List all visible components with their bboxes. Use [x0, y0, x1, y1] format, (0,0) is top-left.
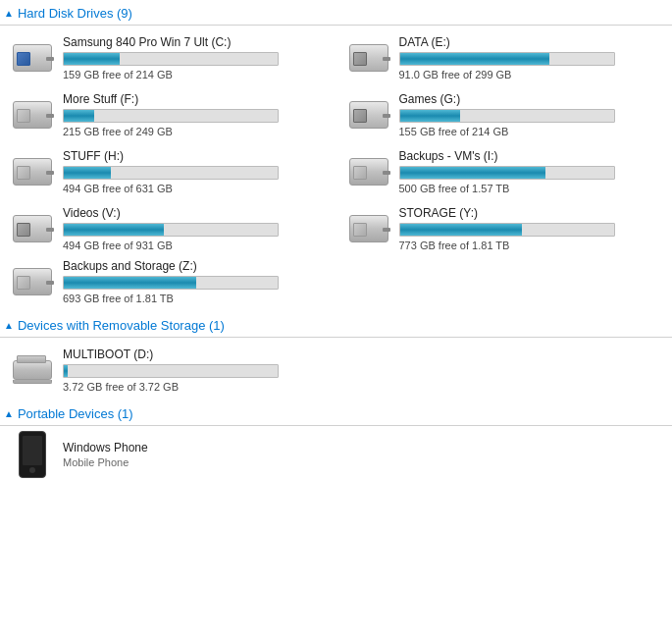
progress-bar-container-f [63, 109, 279, 123]
progress-bar-container-g [399, 109, 615, 123]
progress-bar-v [64, 224, 164, 236]
progress-bar-container-e [399, 52, 615, 66]
drive-icon-z [10, 263, 55, 300]
portable-section-header[interactable]: ▲ Portable Devices (1) [0, 401, 672, 426]
drive-info-g: Games (G:) 155 GB free of 214 GB [399, 92, 663, 137]
drive-name-c: Samsung 840 Pro Win 7 Ult (C:) [63, 35, 327, 49]
hdd-section: ▲ Hard Disk Drives (9) Samsung 840 Pro W… [0, 0, 672, 308]
drive-item-e[interactable]: DATA (E:) 91.0 GB free of 299 GB [344, 31, 665, 84]
drive-icon-y [346, 210, 391, 247]
drive-item-y[interactable]: STORAGE (Y:) 773 GB free of 1.81 TB [344, 202, 665, 255]
drive-free-h: 494 GB free of 631 GB [63, 183, 327, 194]
progress-bar-container-h [63, 166, 279, 180]
progress-bar-i [400, 167, 545, 179]
hdd-chevron-icon[interactable]: ▲ [4, 8, 14, 19]
portable-devices: Windows Phone Mobile Phone [0, 432, 672, 477]
drive-free-y: 773 GB free of 1.81 TB [399, 240, 663, 251]
phone-button [29, 467, 35, 473]
progress-bar-y [400, 224, 522, 236]
drive-free-e: 91.0 GB free of 299 GB [399, 69, 663, 80]
progress-bar-container-y [399, 223, 615, 237]
portable-section-title[interactable]: Portable Devices (1) [18, 406, 133, 421]
drive-name-y: STORAGE (Y:) [399, 206, 663, 220]
computer-panel: ▲ Hard Disk Drives (9) Samsung 840 Pro W… [0, 0, 672, 477]
drive-name-v: Videos (V:) [63, 206, 327, 220]
drive-icon-i [346, 153, 391, 190]
hdd-single-row: Backups and Storage (Z:) 693 GB free of … [0, 255, 672, 308]
removable-drives: MULTIBOOT (D:) 3.72 GB free of 3.72 GB [0, 344, 672, 397]
drive-item-h[interactable]: STUFF (H:) 494 GB free of 631 GB [8, 145, 329, 198]
progress-bar-container-c [63, 52, 279, 66]
progress-bar-e [400, 53, 550, 65]
drive-info-z: Backups and Storage (Z:) 693 GB free of … [63, 259, 349, 304]
phone-icon [10, 436, 55, 473]
drive-info-d: MULTIBOOT (D:) 3.72 GB free of 3.72 GB [63, 347, 349, 393]
drive-info-f: More Stuff (F:) 215 GB free of 249 GB [63, 92, 327, 137]
progress-bar-h [64, 167, 111, 179]
portable-chevron-icon[interactable]: ▲ [4, 408, 14, 419]
drive-free-v: 494 GB free of 931 GB [63, 240, 327, 251]
drive-info-y: STORAGE (Y:) 773 GB free of 1.81 TB [399, 206, 663, 251]
drive-item-g[interactable]: Games (G:) 155 GB free of 214 GB [344, 88, 665, 141]
drive-name-f: More Stuff (F:) [63, 92, 327, 106]
drive-icon-h [10, 153, 55, 190]
removable-section-header[interactable]: ▲ Devices with Removable Storage (1) [0, 312, 672, 338]
drive-free-i: 500 GB free of 1.57 TB [399, 183, 663, 194]
drive-icon-e [346, 39, 391, 77]
drive-name-g: Games (G:) [399, 92, 663, 106]
drive-name-e: DATA (E:) [399, 35, 663, 49]
drive-info-v: Videos (V:) 494 GB free of 931 GB [63, 206, 327, 251]
drive-name-z: Backups and Storage (Z:) [63, 259, 349, 273]
progress-bar-c [64, 53, 120, 65]
drive-icon-c [10, 39, 55, 77]
drive-free-z: 693 GB free of 1.81 TB [63, 293, 349, 304]
portable-section: ▲ Portable Devices (1) Windows Phone Mob… [0, 401, 672, 477]
removable-section-title[interactable]: Devices with Removable Storage (1) [18, 318, 225, 333]
device-name-phone: Windows Phone [63, 441, 662, 454]
drive-free-f: 215 GB free of 249 GB [63, 126, 327, 137]
drive-icon-g [346, 96, 391, 134]
drive-name-d: MULTIBOOT (D:) [63, 347, 349, 361]
progress-bar-container-d [63, 364, 279, 378]
device-type-phone: Mobile Phone [63, 456, 662, 468]
drive-name-h: STUFF (H:) [63, 149, 327, 163]
progress-bar-container-i [399, 166, 615, 180]
phone-shape [19, 431, 46, 478]
progress-bar-d [64, 365, 68, 377]
progress-bar-container-v [63, 223, 279, 237]
drive-item-c[interactable]: Samsung 840 Pro Win 7 Ult (C:) 159 GB fr… [8, 31, 329, 84]
drive-info-c: Samsung 840 Pro Win 7 Ult (C:) 159 GB fr… [63, 35, 327, 80]
removable-chevron-icon[interactable]: ▲ [4, 320, 14, 331]
hdd-drives-grid: Samsung 840 Pro Win 7 Ult (C:) 159 GB fr… [0, 31, 672, 255]
drive-item-f[interactable]: More Stuff (F:) 215 GB free of 249 GB [8, 88, 329, 141]
drive-item-v[interactable]: Videos (V:) 494 GB free of 931 GB [8, 202, 329, 255]
drive-icon-f [10, 96, 55, 134]
drive-free-d: 3.72 GB free of 3.72 GB [63, 381, 349, 393]
hdd-section-header[interactable]: ▲ Hard Disk Drives (9) [0, 0, 672, 26]
progress-bar-container-z [63, 276, 279, 290]
phone-screen [23, 436, 42, 465]
progress-bar-f [64, 110, 94, 122]
hdd-section-title[interactable]: Hard Disk Drives (9) [18, 6, 132, 21]
drive-free-g: 155 GB free of 214 GB [399, 126, 663, 137]
drive-icon-v [10, 210, 55, 247]
removable-section: ▲ Devices with Removable Storage (1) MUL… [0, 312, 672, 397]
drive-info-i: Backups - VM's (I:) 500 GB free of 1.57 … [399, 149, 663, 194]
drive-item-d[interactable]: MULTIBOOT (D:) 3.72 GB free of 3.72 GB [8, 344, 351, 397]
drive-item-z[interactable]: Backups and Storage (Z:) 693 GB free of … [8, 255, 351, 308]
drive-item-i[interactable]: Backups - VM's (I:) 500 GB free of 1.57 … [344, 145, 665, 198]
progress-bar-z [64, 277, 196, 289]
drive-free-c: 159 GB free of 214 GB [63, 69, 327, 80]
drive-icon-d [10, 351, 55, 389]
device-item-phone[interactable]: Windows Phone Mobile Phone [8, 432, 664, 477]
device-info-phone: Windows Phone Mobile Phone [63, 441, 662, 468]
drive-name-i: Backups - VM's (I:) [399, 149, 663, 163]
drive-info-h: STUFF (H:) 494 GB free of 631 GB [63, 149, 327, 194]
drive-info-e: DATA (E:) 91.0 GB free of 299 GB [399, 35, 663, 80]
progress-bar-g [400, 110, 460, 122]
